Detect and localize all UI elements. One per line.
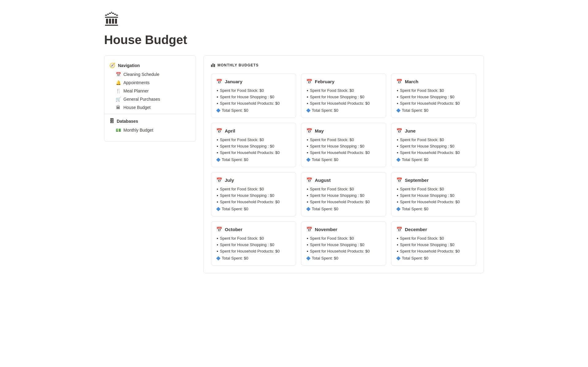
diamond-icon xyxy=(396,108,401,112)
house-shopping-line: Spent for House Shopping : $0 xyxy=(216,193,291,198)
nav-section-label: Navigation xyxy=(118,63,140,68)
food-stock-line: Spent for Food Stock: $0 xyxy=(396,187,471,191)
month-name-september: September xyxy=(405,178,429,183)
appointments-icon: 🔔 xyxy=(115,80,121,85)
bullet-icon xyxy=(307,139,308,140)
bullet-icon xyxy=(307,103,308,104)
house-shopping-line: Spent for House Shopping : $0 xyxy=(216,242,291,247)
food-stock-label: Spent for Food Stock: $0 xyxy=(400,187,444,191)
total-spent-label: Total Spent: $0 xyxy=(312,108,338,113)
food-stock-label: Spent for Food Stock: $0 xyxy=(400,88,444,93)
diamond-icon xyxy=(306,207,311,211)
household-products-label: Spent for Household Products: $0 xyxy=(400,150,460,155)
bar-chart-icon xyxy=(211,63,215,67)
sidebar-item-general-purchases[interactable]: 🛒 General Purchases xyxy=(106,95,194,103)
month-card-june[interactable]: 📅 June Spent for Food Stock: $0 Spent fo… xyxy=(391,123,476,167)
sidebar: 🧭 Navigation 📅 Cleaning Schedule 🔔 Appoi… xyxy=(104,55,196,142)
food-stock-line: Spent for Food Stock: $0 xyxy=(216,88,291,93)
page-title: House Budget xyxy=(104,33,484,47)
total-spent-label: Total Spent: $0 xyxy=(222,207,248,211)
bullet-icon xyxy=(217,152,218,153)
month-card-march[interactable]: 📅 March Spent for Food Stock: $0 Spent f… xyxy=(391,73,476,118)
month-header-october: 📅 October xyxy=(216,227,291,232)
total-spent-line: Total Spent: $0 xyxy=(216,256,291,260)
house-budget-icon: 🏛 xyxy=(115,105,121,110)
month-card-august[interactable]: 📅 August Spent for Food Stock: $0 Spent … xyxy=(301,172,386,216)
nav-section-header[interactable]: 🧭 Navigation xyxy=(104,61,196,70)
house-shopping-label: Spent for House Shopping : $0 xyxy=(400,144,454,148)
household-products-line: Spent for Household Products: $0 xyxy=(216,249,291,253)
household-products-label: Spent for Household Products: $0 xyxy=(220,200,280,204)
bullet-icon xyxy=(397,201,398,203)
bullet-icon xyxy=(217,139,218,140)
household-products-label: Spent for Household Products: $0 xyxy=(220,150,280,155)
month-card-november[interactable]: 📅 November Spent for Food Stock: $0 Spen… xyxy=(301,221,386,266)
month-card-september[interactable]: 📅 September Spent for Food Stock: $0 Spe… xyxy=(391,172,476,216)
bullet-icon xyxy=(397,146,398,147)
nav-items-container: 📅 Cleaning Schedule 🔔 Appointments 🍴 Mea… xyxy=(104,70,196,111)
house-shopping-line: Spent for House Shopping : $0 xyxy=(396,242,471,247)
month-card-february[interactable]: 📅 February Spent for Food Stock: $0 Spen… xyxy=(301,73,386,118)
diamond-icon xyxy=(396,256,401,260)
bullet-icon xyxy=(217,189,218,190)
food-stock-line: Spent for Food Stock: $0 xyxy=(306,137,381,142)
month-card-may[interactable]: 📅 May Spent for Food Stock: $0 Spent for… xyxy=(301,123,386,167)
total-spent-line: Total Spent: $0 xyxy=(306,108,381,113)
bullet-icon xyxy=(397,103,398,104)
month-name-february: February xyxy=(315,79,334,84)
food-stock-label: Spent for Food Stock: $0 xyxy=(400,137,444,142)
monthly-budget-icon: 💵 xyxy=(115,128,121,133)
food-stock-line: Spent for Food Stock: $0 xyxy=(396,236,471,241)
calendar-icon: 📅 xyxy=(216,177,222,183)
month-header-september: 📅 September xyxy=(396,177,471,183)
bullet-icon xyxy=(217,103,218,104)
household-products-line: Spent for Household Products: $0 xyxy=(216,200,291,204)
household-products-line: Spent for Household Products: $0 xyxy=(216,101,291,106)
diamond-icon xyxy=(216,157,221,162)
sidebar-item-monthly-budget[interactable]: 💵 Monthly Budget xyxy=(106,126,194,134)
calendar-icon: 📅 xyxy=(306,177,312,183)
section-title: MONTHLY BUDGETS xyxy=(217,63,258,67)
month-card-july[interactable]: 📅 July Spent for Food Stock: $0 Spent fo… xyxy=(211,172,296,216)
house-shopping-label: Spent for House Shopping : $0 xyxy=(310,95,364,99)
total-spent-line: Total Spent: $0 xyxy=(396,108,471,113)
general-purchases-icon: 🛒 xyxy=(115,97,121,102)
sidebar-item-house-budget[interactable]: 🏛 House Budget xyxy=(106,103,194,111)
sidebar-item-meal-planner[interactable]: 🍴 Meal Planner xyxy=(106,87,194,95)
calendar-icon: 📅 xyxy=(216,128,222,134)
food-stock-label: Spent for Food Stock: $0 xyxy=(220,88,264,93)
db-section-header[interactable]: 🗄 Databases xyxy=(104,117,196,126)
months-grid: 📅 January Spent for Food Stock: $0 Spent… xyxy=(211,73,476,266)
month-name-october: October xyxy=(225,227,243,232)
food-stock-label: Spent for Food Stock: $0 xyxy=(310,88,354,93)
diamond-icon xyxy=(306,157,311,162)
total-spent-label: Total Spent: $0 xyxy=(312,207,338,211)
general-purchases-label: General Purchases xyxy=(123,97,160,102)
house-shopping-label: Spent for House Shopping : $0 xyxy=(310,193,364,198)
sidebar-item-cleaning-schedule[interactable]: 📅 Cleaning Schedule xyxy=(106,70,194,78)
household-products-label: Spent for Household Products: $0 xyxy=(310,249,370,253)
diamond-icon xyxy=(216,108,221,112)
total-spent-line: Total Spent: $0 xyxy=(216,207,291,211)
household-products-line: Spent for Household Products: $0 xyxy=(306,150,381,155)
food-stock-label: Spent for Food Stock: $0 xyxy=(310,187,354,191)
month-name-june: June xyxy=(405,128,416,133)
bullet-icon xyxy=(217,251,218,252)
bullet-icon xyxy=(397,139,398,140)
diamond-icon xyxy=(306,108,311,112)
total-spent-line: Total Spent: $0 xyxy=(306,256,381,260)
month-card-december[interactable]: 📅 December Spent for Food Stock: $0 Spen… xyxy=(391,221,476,266)
bullet-icon xyxy=(217,244,218,245)
food-stock-label: Spent for Food Stock: $0 xyxy=(310,137,354,142)
month-name-may: May xyxy=(315,128,324,133)
main-content: MONTHLY BUDGETS 📅 January Spent for Food… xyxy=(203,55,484,273)
sidebar-item-appointments[interactable]: 🔔 Appointments xyxy=(106,79,194,87)
calendar-icon: 📅 xyxy=(396,177,402,183)
month-header-june: 📅 June xyxy=(396,128,471,134)
month-card-january[interactable]: 📅 January Spent for Food Stock: $0 Spent… xyxy=(211,73,296,118)
meal-planner-label: Meal Planner xyxy=(123,88,149,93)
food-stock-label: Spent for Food Stock: $0 xyxy=(400,236,444,241)
household-products-line: Spent for Household Products: $0 xyxy=(216,150,291,155)
month-card-october[interactable]: 📅 October Spent for Food Stock: $0 Spent… xyxy=(211,221,296,266)
month-card-april[interactable]: 📅 April Spent for Food Stock: $0 Spent f… xyxy=(211,123,296,167)
